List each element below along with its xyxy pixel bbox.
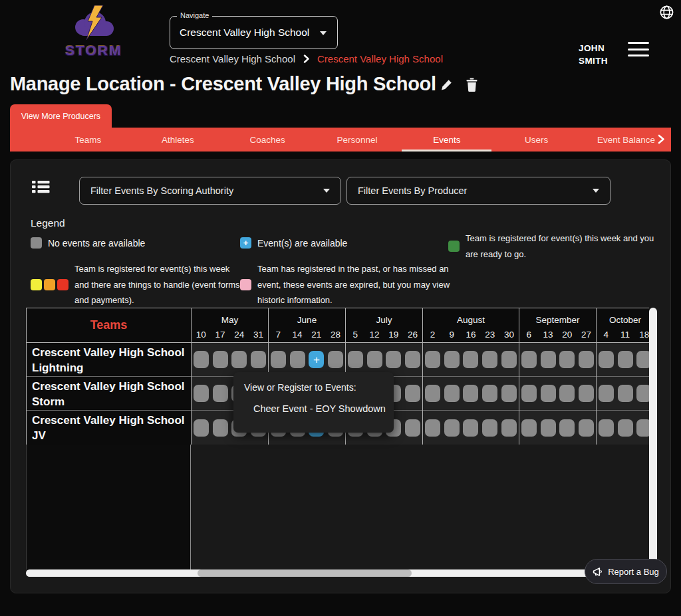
event-cell[interactable]: [482, 419, 497, 437]
event-cell[interactable]: [482, 351, 497, 368]
vertical-scrollbar[interactable]: [649, 308, 657, 569]
event-cell[interactable]: [405, 385, 420, 402]
view-more-producers-button[interactable]: View More Producers: [10, 104, 112, 128]
event-cell[interactable]: [405, 351, 420, 368]
event-cell[interactable]: [482, 385, 497, 402]
event-cell[interactable]: [463, 419, 478, 437]
event-cell[interactable]: [194, 351, 209, 368]
legend-label: Team is registered for event(s) this wee…: [466, 231, 666, 262]
event-cell[interactable]: [521, 385, 537, 402]
event-cell[interactable]: [290, 351, 305, 368]
legend-label: Team is registered for event(s) this wee…: [74, 261, 242, 308]
event-cell[interactable]: [501, 351, 517, 368]
hamburger-menu-button[interactable]: [628, 42, 649, 56]
event-cell[interactable]: [425, 385, 440, 402]
event-cell[interactable]: [579, 419, 594, 437]
tab-list: TeamsAthletesCoachesPersonnelEventsUsers…: [43, 128, 671, 152]
legend-label: Event(s) are available: [257, 238, 347, 249]
event-cell[interactable]: [367, 351, 382, 368]
legend-swatch: [57, 279, 68, 290]
event-cell[interactable]: [559, 385, 575, 402]
date-label: 30: [499, 326, 519, 342]
event-cell[interactable]: [213, 351, 228, 368]
event-cell[interactable]: [521, 351, 537, 368]
tab-coaches[interactable]: Coaches: [223, 128, 313, 152]
tab-personnel[interactable]: Personnel: [313, 128, 402, 152]
tab-bar: TeamsAthletesCoachesPersonnelEventsUsers…: [10, 128, 671, 152]
delete-location-button[interactable]: [466, 78, 477, 94]
event-cell[interactable]: [425, 419, 440, 437]
event-cell[interactable]: [559, 351, 575, 368]
events-panel: Filter Events By Scoring Authority Filte…: [10, 159, 671, 593]
tooltip-event-link[interactable]: Cheer Event - EOY Showdown: [253, 403, 386, 414]
event-cell[interactable]: [599, 419, 614, 437]
month-header: October41118: [597, 308, 649, 343]
event-cell[interactable]: [251, 351, 266, 368]
event-cell[interactable]: [271, 351, 286, 368]
event-cell[interactable]: [618, 385, 633, 402]
event-cell[interactable]: [444, 419, 460, 437]
event-cell[interactable]: [521, 419, 537, 437]
month-header: July5121926: [346, 308, 422, 343]
event-cell[interactable]: [405, 419, 420, 437]
tab-events[interactable]: Events: [402, 128, 491, 152]
app-screen: STORM Navigate Crescent Valley High Scho…: [0, 0, 681, 616]
event-cell[interactable]: [425, 351, 440, 368]
horizontal-scrollbar-thumb[interactable]: [198, 569, 412, 577]
globe-icon[interactable]: [659, 5, 674, 20]
event-cell[interactable]: [618, 351, 633, 368]
month-dates-row: 41118: [597, 326, 649, 342]
event-cell-available[interactable]: +: [309, 351, 324, 368]
event-cell[interactable]: [636, 419, 649, 437]
event-cell[interactable]: [579, 385, 594, 402]
event-cell[interactable]: [444, 351, 460, 368]
week-slot: [192, 351, 211, 368]
event-cell[interactable]: [541, 351, 556, 368]
event-cell[interactable]: [194, 385, 209, 402]
event-cell[interactable]: [328, 351, 343, 368]
week-slot: [519, 351, 539, 368]
event-cell[interactable]: [599, 351, 614, 368]
event-cell[interactable]: [463, 351, 478, 368]
tab-overflow-chevron-right-icon[interactable]: [657, 134, 665, 144]
event-cell[interactable]: [618, 419, 633, 437]
edit-location-button[interactable]: [440, 78, 453, 94]
filter-producer-select[interactable]: Filter Events By Producer: [346, 177, 611, 205]
event-cell[interactable]: [501, 419, 517, 437]
chevron-down-icon: [320, 31, 327, 35]
event-cell[interactable]: [213, 385, 228, 402]
event-cell[interactable]: [636, 351, 649, 368]
event-cell[interactable]: [194, 419, 209, 437]
date-label: 20: [558, 326, 577, 342]
horizontal-scrollbar[interactable]: [26, 569, 666, 577]
tab-users[interactable]: Users: [491, 128, 581, 152]
event-cell[interactable]: [213, 419, 228, 437]
calendar-row-cell: [597, 377, 649, 411]
event-cell[interactable]: [348, 351, 363, 368]
event-cell[interactable]: [444, 385, 460, 402]
report-bug-button[interactable]: Report a Bug: [585, 559, 667, 584]
breadcrumb-parent[interactable]: Crescent Valley High School: [170, 53, 295, 64]
event-cell[interactable]: [636, 385, 649, 402]
event-cell[interactable]: [599, 385, 614, 402]
month-name: July: [346, 308, 422, 326]
week-slot: [634, 351, 649, 368]
week-slot: [616, 385, 635, 402]
list-view-toggle-button[interactable]: [32, 180, 50, 195]
event-cell[interactable]: [559, 419, 575, 437]
breadcrumb-current[interactable]: Crescent Valley High School: [317, 53, 443, 64]
event-cell[interactable]: [386, 351, 401, 368]
event-cell[interactable]: [541, 419, 556, 437]
date-label: 24: [230, 326, 249, 342]
event-cell[interactable]: [501, 385, 517, 402]
breadcrumb: Crescent Valley High School Crescent Val…: [170, 53, 443, 64]
event-cell[interactable]: [541, 385, 556, 402]
tab-athletes[interactable]: Athletes: [133, 128, 223, 152]
filter-scoring-authority-select[interactable]: Filter Events By Scoring Authority: [79, 177, 341, 205]
tab-teams[interactable]: Teams: [43, 128, 133, 152]
event-cell[interactable]: [231, 351, 247, 368]
event-cell[interactable]: [463, 385, 478, 402]
month-header: September6132027: [519, 308, 596, 343]
event-cell[interactable]: [579, 351, 594, 368]
navigate-select[interactable]: Navigate Crescent Valley High School: [170, 16, 338, 49]
